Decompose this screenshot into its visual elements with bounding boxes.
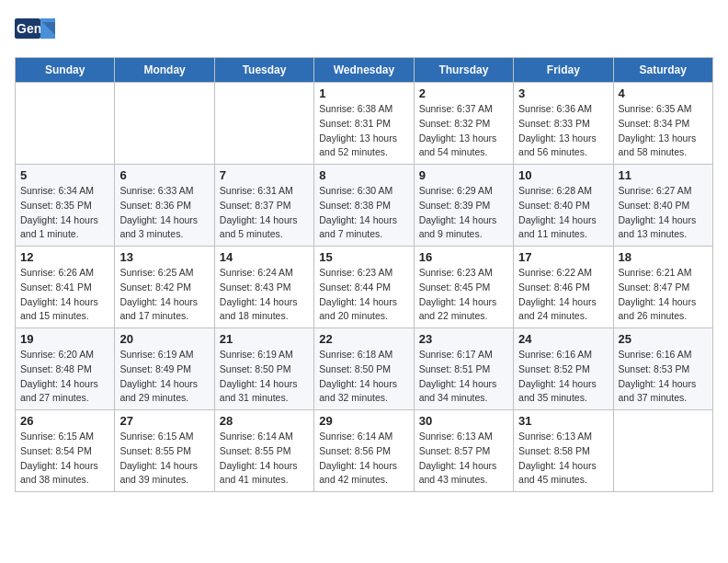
calendar-header-tuesday: Tuesday xyxy=(214,58,313,83)
cell-date-number: 2 xyxy=(419,86,508,100)
cell-info-text: Sunrise: 6:23 AM Sunset: 8:44 PM Dayligh… xyxy=(319,266,408,324)
cell-date-number: 27 xyxy=(119,414,209,428)
cell-info-text: Sunrise: 6:33 AM Sunset: 8:36 PM Dayligh… xyxy=(119,184,209,242)
page-header: Gen xyxy=(15,15,713,46)
cell-info-text: Sunrise: 6:21 AM Sunset: 8:47 PM Dayligh… xyxy=(619,266,708,324)
cell-info-text: Sunrise: 6:35 AM Sunset: 8:34 PM Dayligh… xyxy=(619,102,708,160)
cell-info-text: Sunrise: 6:14 AM Sunset: 8:55 PM Dayligh… xyxy=(220,430,309,488)
cell-info-text: Sunrise: 6:18 AM Sunset: 8:50 PM Dayligh… xyxy=(319,348,408,406)
calendar-cell: 15Sunrise: 6:23 AM Sunset: 8:44 PM Dayli… xyxy=(314,247,414,328)
cell-info-text: Sunrise: 6:19 AM Sunset: 8:49 PM Dayligh… xyxy=(119,348,209,406)
cell-info-text: Sunrise: 6:16 AM Sunset: 8:52 PM Dayligh… xyxy=(518,348,608,406)
cell-date-number: 24 xyxy=(518,332,608,346)
cell-date-number: 22 xyxy=(319,332,408,346)
calendar-cell: 11Sunrise: 6:27 AM Sunset: 8:40 PM Dayli… xyxy=(613,165,712,247)
svg-text:Gen: Gen xyxy=(17,21,41,36)
cell-date-number: 25 xyxy=(619,332,708,346)
calendar-header-wednesday: Wednesday xyxy=(314,58,414,83)
cell-info-text: Sunrise: 6:13 AM Sunset: 8:58 PM Dayligh… xyxy=(518,430,608,488)
calendar-cell: 19Sunrise: 6:20 AM Sunset: 8:48 PM Dayli… xyxy=(16,328,115,410)
cell-date-number: 9 xyxy=(419,168,508,182)
calendar-table: SundayMondayTuesdayWednesdayThursdayFrid… xyxy=(15,57,713,492)
calendar-cell: 28Sunrise: 6:14 AM Sunset: 8:55 PM Dayli… xyxy=(214,410,313,492)
cell-info-text: Sunrise: 6:22 AM Sunset: 8:46 PM Dayligh… xyxy=(518,266,608,324)
calendar-header-row: SundayMondayTuesdayWednesdayThursdayFrid… xyxy=(16,58,713,83)
calendar-week-row: 1Sunrise: 6:38 AM Sunset: 8:31 PM Daylig… xyxy=(16,83,713,165)
calendar-cell: 30Sunrise: 6:13 AM Sunset: 8:57 PM Dayli… xyxy=(414,410,513,492)
calendar-cell: 26Sunrise: 6:15 AM Sunset: 8:54 PM Dayli… xyxy=(16,410,115,492)
calendar-cell: 1Sunrise: 6:38 AM Sunset: 8:31 PM Daylig… xyxy=(314,83,414,165)
calendar-week-row: 19Sunrise: 6:20 AM Sunset: 8:48 PM Dayli… xyxy=(16,328,713,410)
cell-date-number: 10 xyxy=(518,168,608,182)
cell-date-number: 13 xyxy=(119,250,209,264)
calendar-cell: 2Sunrise: 6:37 AM Sunset: 8:32 PM Daylig… xyxy=(414,83,513,165)
cell-date-number: 3 xyxy=(518,86,608,100)
calendar-cell: 18Sunrise: 6:21 AM Sunset: 8:47 PM Dayli… xyxy=(613,247,712,328)
calendar-cell: 29Sunrise: 6:14 AM Sunset: 8:56 PM Dayli… xyxy=(314,410,414,492)
cell-info-text: Sunrise: 6:28 AM Sunset: 8:40 PM Dayligh… xyxy=(518,184,608,242)
calendar-cell: 22Sunrise: 6:18 AM Sunset: 8:50 PM Dayli… xyxy=(314,328,414,410)
calendar-header-sunday: Sunday xyxy=(16,58,115,83)
calendar-header-friday: Friday xyxy=(514,58,613,83)
cell-date-number: 6 xyxy=(119,168,209,182)
calendar-cell: 20Sunrise: 6:19 AM Sunset: 8:49 PM Dayli… xyxy=(115,328,214,410)
calendar-cell: 8Sunrise: 6:30 AM Sunset: 8:38 PM Daylig… xyxy=(314,165,414,247)
calendar-cell: 7Sunrise: 6:31 AM Sunset: 8:37 PM Daylig… xyxy=(214,165,313,247)
calendar-week-row: 12Sunrise: 6:26 AM Sunset: 8:41 PM Dayli… xyxy=(16,247,713,328)
calendar-header-monday: Monday xyxy=(115,58,214,83)
calendar-cell xyxy=(613,410,712,492)
cell-info-text: Sunrise: 6:29 AM Sunset: 8:39 PM Dayligh… xyxy=(419,184,508,242)
cell-info-text: Sunrise: 6:27 AM Sunset: 8:40 PM Dayligh… xyxy=(619,184,708,242)
logo: Gen xyxy=(15,15,59,46)
cell-info-text: Sunrise: 6:25 AM Sunset: 8:42 PM Dayligh… xyxy=(119,266,209,324)
cell-date-number: 23 xyxy=(419,332,508,346)
cell-info-text: Sunrise: 6:36 AM Sunset: 8:33 PM Dayligh… xyxy=(518,102,608,160)
calendar-cell: 13Sunrise: 6:25 AM Sunset: 8:42 PM Dayli… xyxy=(115,247,214,328)
cell-date-number: 15 xyxy=(319,250,408,264)
cell-date-number: 20 xyxy=(119,332,209,346)
logo-icon: Gen xyxy=(15,15,55,46)
calendar-cell: 4Sunrise: 6:35 AM Sunset: 8:34 PM Daylig… xyxy=(613,83,712,165)
cell-date-number: 18 xyxy=(619,250,708,264)
calendar-header-thursday: Thursday xyxy=(414,58,513,83)
calendar-cell: 5Sunrise: 6:34 AM Sunset: 8:35 PM Daylig… xyxy=(16,165,115,247)
cell-date-number: 21 xyxy=(220,332,309,346)
cell-date-number: 26 xyxy=(20,414,109,428)
cell-info-text: Sunrise: 6:31 AM Sunset: 8:37 PM Dayligh… xyxy=(220,184,309,242)
calendar-cell xyxy=(214,83,313,165)
cell-date-number: 30 xyxy=(419,414,508,428)
calendar-cell: 16Sunrise: 6:23 AM Sunset: 8:45 PM Dayli… xyxy=(414,247,513,328)
calendar-cell: 23Sunrise: 6:17 AM Sunset: 8:51 PM Dayli… xyxy=(414,328,513,410)
cell-info-text: Sunrise: 6:15 AM Sunset: 8:54 PM Dayligh… xyxy=(20,430,109,488)
calendar-header-saturday: Saturday xyxy=(613,58,712,83)
cell-date-number: 1 xyxy=(319,86,408,100)
calendar-cell: 31Sunrise: 6:13 AM Sunset: 8:58 PM Dayli… xyxy=(514,410,613,492)
cell-date-number: 5 xyxy=(20,168,109,182)
cell-date-number: 19 xyxy=(20,332,109,346)
calendar-cell: 21Sunrise: 6:19 AM Sunset: 8:50 PM Dayli… xyxy=(214,328,313,410)
calendar-cell: 6Sunrise: 6:33 AM Sunset: 8:36 PM Daylig… xyxy=(115,165,214,247)
cell-date-number: 14 xyxy=(220,250,309,264)
calendar-cell: 3Sunrise: 6:36 AM Sunset: 8:33 PM Daylig… xyxy=(514,83,613,165)
cell-date-number: 11 xyxy=(619,168,708,182)
cell-date-number: 31 xyxy=(518,414,608,428)
calendar-cell xyxy=(16,83,115,165)
cell-date-number: 28 xyxy=(220,414,309,428)
calendar-cell: 14Sunrise: 6:24 AM Sunset: 8:43 PM Dayli… xyxy=(214,247,313,328)
cell-info-text: Sunrise: 6:13 AM Sunset: 8:57 PM Dayligh… xyxy=(419,430,508,488)
cell-date-number: 16 xyxy=(419,250,508,264)
calendar-cell: 27Sunrise: 6:15 AM Sunset: 8:55 PM Dayli… xyxy=(115,410,214,492)
calendar-cell xyxy=(115,83,214,165)
cell-info-text: Sunrise: 6:26 AM Sunset: 8:41 PM Dayligh… xyxy=(20,266,109,324)
cell-info-text: Sunrise: 6:24 AM Sunset: 8:43 PM Dayligh… xyxy=(220,266,309,324)
cell-info-text: Sunrise: 6:30 AM Sunset: 8:38 PM Dayligh… xyxy=(319,184,408,242)
cell-date-number: 7 xyxy=(220,168,309,182)
cell-info-text: Sunrise: 6:17 AM Sunset: 8:51 PM Dayligh… xyxy=(419,348,508,406)
calendar-cell: 10Sunrise: 6:28 AM Sunset: 8:40 PM Dayli… xyxy=(514,165,613,247)
cell-info-text: Sunrise: 6:16 AM Sunset: 8:53 PM Dayligh… xyxy=(619,348,708,406)
cell-info-text: Sunrise: 6:37 AM Sunset: 8:32 PM Dayligh… xyxy=(419,102,508,160)
calendar-week-row: 5Sunrise: 6:34 AM Sunset: 8:35 PM Daylig… xyxy=(16,165,713,247)
cell-info-text: Sunrise: 6:38 AM Sunset: 8:31 PM Dayligh… xyxy=(319,102,408,160)
calendar-cell: 12Sunrise: 6:26 AM Sunset: 8:41 PM Dayli… xyxy=(16,247,115,328)
calendar-cell: 17Sunrise: 6:22 AM Sunset: 8:46 PM Dayli… xyxy=(514,247,613,328)
